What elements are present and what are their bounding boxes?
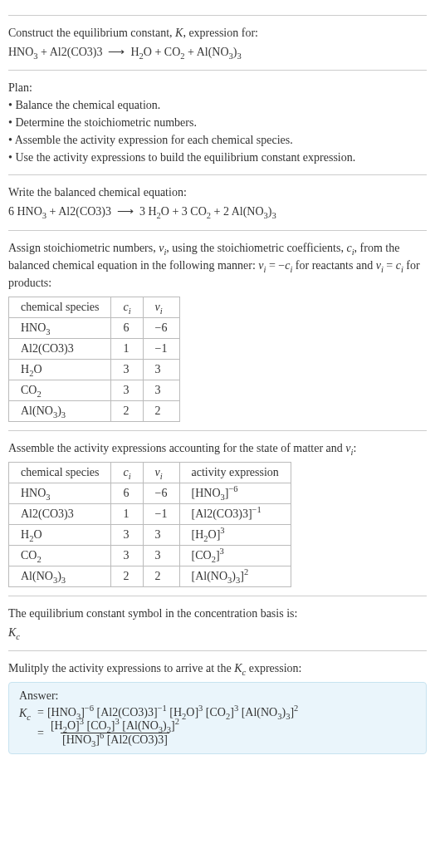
cell-nu: 2 [143,400,179,421]
plan-bullet-4: • Use the activity expressions to build … [8,149,427,166]
text-part: Mulitply the activity expressions to arr… [8,662,234,674]
cell-nu: 3 [143,380,179,400]
col-species: chemical species [9,462,111,483]
eq-sign: = [384,259,396,272]
balanced-heading: Write the balanced chemical equation: [8,184,427,201]
fraction-numerator: [H2O]3 [CO2]3 [Al(NO3)3]2 [49,719,181,733]
cell-species: HNO3 [9,483,111,503]
cell-species: CO2 [9,380,111,400]
col-ci: ci [111,462,143,483]
cell-species: H2O [9,524,111,545]
cell-species: Al(NO3)3 [9,566,111,586]
cell-nu: 2 [143,566,179,586]
text-part: Construct the equilibrium constant, [8,27,175,39]
eq-sign: = − [266,259,285,272]
table-header-row: chemical species ci νi activity expressi… [9,462,291,483]
text-part: Assemble the activity expressions accoun… [8,442,345,454]
col-activity: activity expression [179,462,291,483]
table-row: CO2 3 3 [9,380,180,400]
cell-activity: [Al2(CO3)3]−1 [179,503,291,524]
answer-row-2: = [H2O]3 [CO2]3 [Al(NO3)3]2 [HNO3]6 [Al2… [34,719,298,747]
section-multiply: Mulitply the activity expressions to arr… [8,650,427,754]
cell-species: Al2(CO3)3 [9,503,111,524]
col-species: chemical species [9,297,111,317]
plan-heading: Plan: [8,79,427,96]
cell-nu: −6 [143,483,179,503]
text-part: : [353,442,356,454]
cell-nu: −1 [143,338,179,359]
cell-species: HNO3 [9,317,111,338]
plan-bullet-1: • Balance the chemical equation. [8,96,427,114]
plan-bullet-3: • Assemble the activity expression for e… [8,131,427,149]
answer-rhs: = [HNO3]−6 [Al2(CO3)3]−1 [H2O]3 [CO2]3 [… [34,706,298,747]
cell-species: Al2(CO3)3 [9,338,111,359]
answer-row-1: = [HNO3]−6 [Al2(CO3)3]−1 [H2O]3 [CO2]3 [… [34,706,298,719]
reaction-unbalanced: HNO3 + Al2(CO3)3 ⟶ H2O + CO2 + Al(NO3)3 [8,43,427,61]
text-part: Assign stoichiometric numbers, [8,242,159,254]
cell-ci: 6 [111,483,143,503]
construct-text: Construct the equilibrium constant, K, e… [8,24,427,42]
cell-species: H2O [9,359,111,380]
cell-ci: 2 [111,566,143,586]
table-row: Al(NO3)3 2 2 [Al(NO3)3]2 [9,566,291,586]
table-row: HNO3 6 −6 [HNO3]−6 [9,483,291,503]
cell-nu: 3 [143,524,179,545]
stoich-text: Assign stoichiometric numbers, νi, using… [8,239,427,292]
symbol-K: K [175,27,183,39]
text-part: , expression for: [183,27,258,39]
cell-nu: 3 [143,545,179,566]
symbol-K: K [234,662,242,674]
cell-activity: [Al(NO3)3]2 [179,566,291,586]
cell-ci: 3 [111,524,143,545]
answer-equation: Kc = [HNO3]−6 [Al2(CO3)3]−1 [H2O]3 [CO2]… [19,706,416,747]
table-row: H2O 3 3 [H2O]3 [9,524,291,545]
cell-ci: 1 [111,338,143,359]
answer-box: Answer: Kc = [HNO3]−6 [Al2(CO3)3]−1 [H2O… [8,682,427,754]
table-row: Al2(CO3)3 1 −1 [9,338,180,359]
col-ci: ci [111,297,143,317]
answer-fraction: [H2O]3 [CO2]3 [Al(NO3)3]2 [HNO3]6 [Al2(C… [49,719,181,747]
col-nu: νi [143,462,179,483]
cell-ci: 3 [111,545,143,566]
answer-lhs: Kc [19,706,34,720]
section-plan: Plan: • Balance the chemical equation. •… [8,70,427,166]
cell-ci: 1 [111,503,143,524]
cell-species: CO2 [9,545,111,566]
cell-ci: 3 [111,359,143,380]
cell-ci: 2 [111,400,143,421]
plan-bullet-2: • Determine the stoichiometric numbers. [8,114,427,131]
section-kc-symbol: The equilibrium constant symbol in the c… [8,596,427,642]
reaction-balanced: 6 HNO3 + Al2(CO3)3 ⟶ 3 H2O + 3 CO2 + 2 A… [8,203,427,221]
fraction-denominator: [HNO3]6 [Al2(CO3)3] [61,733,169,747]
cell-activity: [H2O]3 [179,524,291,545]
kc-symbol: Kc [8,624,427,642]
cell-ci: 6 [111,317,143,338]
section-stoichiometric: Assign stoichiometric numbers, νi, using… [8,230,427,422]
table-header-row: chemical species ci νi [9,297,180,317]
cell-nu: −1 [143,503,179,524]
answer-label: Answer: [19,689,416,703]
table-row: HNO3 6 −6 [9,317,180,338]
text-part: , using the stoichiometric coefficients, [166,242,346,254]
multiply-text: Mulitply the activity expressions to arr… [8,660,427,677]
cell-nu: 3 [143,359,179,380]
table-row: Al(NO3)3 2 2 [9,400,180,421]
cell-species: Al(NO3)3 [9,400,111,421]
cell-activity: [CO2]3 [179,545,291,566]
table-row: Al2(CO3)3 1 −1 [Al2(CO3)3]−1 [9,503,291,524]
text-part: for reactants and [292,259,375,272]
section-activity: Assemble the activity expressions accoun… [8,430,427,587]
cell-ci: 3 [111,380,143,400]
activity-text: Assemble the activity expressions accoun… [8,439,427,457]
text-part: expression: [246,662,301,674]
section-balanced: Write the balanced chemical equation: 6 … [8,174,427,221]
col-nu: νi [143,297,179,317]
table-row: CO2 3 3 [CO2]3 [9,545,291,566]
stoich-table: chemical species ci νi HNO3 6 −6 Al2(CO3… [8,297,180,422]
activity-table: chemical species ci νi activity expressi… [8,462,291,587]
kc-symbol-text: The equilibrium constant symbol in the c… [8,605,427,622]
answer-product-form: [HNO3]−6 [Al2(CO3)3]−1 [H2O]3 [CO2]3 [Al… [47,706,298,719]
table-row: H2O 3 3 [9,359,180,380]
cell-activity: [HNO3]−6 [179,483,291,503]
section-construct: Construct the equilibrium constant, K, e… [8,15,427,61]
